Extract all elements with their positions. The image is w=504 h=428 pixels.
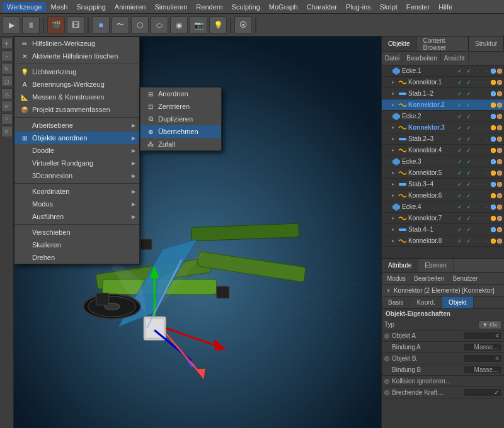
toolbar-btn-curve[interactable]: 〜 [112, 16, 129, 34]
obj-check-icon[interactable]: · [483, 124, 490, 132]
attr-value[interactable]: ✓ [464, 389, 501, 396]
attr-sub-basis[interactable]: Basis [382, 296, 410, 308]
obj-check-icon[interactable]: · [483, 237, 490, 245]
tool-poly[interactable]: △ [1, 88, 13, 99]
obj-check-icon[interactable]: · [474, 237, 481, 245]
obj-check-icon[interactable]: · [474, 226, 481, 234]
menu-skript[interactable]: Skript [375, 2, 402, 12]
obj-check-icon[interactable]: ✓ [465, 215, 472, 222]
obj-check-icon[interactable]: · [483, 215, 490, 222]
obj-check-icon[interactable]: · [474, 135, 481, 143]
attr-value[interactable]: Masse… [464, 344, 501, 351]
obj-check-icon[interactable]: · [474, 79, 481, 86]
tab-content-browser[interactable]: Content Browser [416, 37, 469, 51]
obj-check-icon[interactable]: ✓ [456, 203, 464, 211]
obj-check-icon[interactable]: ✓ [465, 169, 472, 177]
obj-check-icon[interactable]: ✓ [465, 124, 472, 132]
menu-item-hilfslinien-loeschen[interactable]: ✕ Aktivierte Hilfslinien löschen [14, 50, 139, 62]
obj-check-icon[interactable]: ✓ [456, 215, 464, 222]
tool-move[interactable]: ✛ [1, 38, 13, 49]
obj-header-datei[interactable]: Datei [382, 54, 403, 63]
toolbar-btn-camera[interactable]: 📷 [190, 16, 207, 34]
attr-value[interactable]: < [464, 355, 501, 362]
object-list-item[interactable]: ▸ Konnektor.4 ✓✓·· [382, 145, 504, 156]
obj-check-icon[interactable]: · [483, 203, 490, 211]
obj-check-icon[interactable]: ✓ [465, 158, 472, 166]
toolbar-btn-environ[interactable]: ◉ [170, 16, 188, 34]
submenu-uebernehmen[interactable]: ⊕ Übernehmen [140, 125, 221, 138]
attr-sub-objekt[interactable]: Objekt [442, 296, 474, 308]
object-list-item[interactable]: ▸ Konnektor.5 ✓✓·· [382, 167, 504, 179]
object-list-item[interactable]: ▸ Konnektor.7 ✓✓·· [382, 213, 504, 224]
object-list-item[interactable]: Ecke.4 ✓✓·· [382, 201, 504, 213]
submenu-duplizieren[interactable]: ⧉ Duplizieren [140, 113, 221, 125]
menu-item-anordnen[interactable]: ⊞ Objekte anordnen [14, 132, 139, 144]
obj-check-icon[interactable]: ✓ [465, 90, 472, 98]
obj-check-icon[interactable]: ✓ [465, 135, 472, 143]
menu-plugins[interactable]: Plug-ins [341, 2, 375, 12]
menu-item-verschieben[interactable]: Verschieben [14, 226, 139, 239]
attr-bearbeiten-btn[interactable]: Bearbeiten [411, 274, 447, 283]
submenu-zentrieren[interactable]: ⊡ Zentrieren [140, 100, 221, 113]
menu-sculpting[interactable]: Sculpting [227, 2, 265, 12]
object-list-item[interactable]: Ecke.1 ✓✓·· [382, 65, 504, 77]
menu-item-messen[interactable]: 📐 Messen & Konstruieren [14, 91, 139, 103]
menu-animieren[interactable]: Animieren [110, 2, 151, 12]
tool-select[interactable]: ▢ [1, 76, 13, 87]
obj-check-icon[interactable]: · [483, 79, 490, 86]
obj-check-icon[interactable]: ✓ [456, 90, 464, 98]
object-list-item[interactable]: ▸ Stab.2–3 ✓✓·· [382, 133, 504, 145]
obj-check-icon[interactable]: ✓ [465, 237, 472, 245]
obj-header-bearbeiten[interactable]: Bearbeiten [403, 54, 440, 63]
obj-check-icon[interactable]: ✓ [465, 203, 472, 211]
toolbar-btn-deform[interactable]: ⬭ [151, 16, 168, 34]
obj-check-icon[interactable]: ✓ [456, 147, 464, 154]
menu-item-ausfuehren[interactable]: Ausführen [14, 210, 139, 223]
obj-check-icon[interactable]: ✓ [456, 101, 464, 109]
obj-check-icon[interactable]: ✓ [465, 67, 472, 75]
obj-check-icon[interactable]: · [483, 147, 490, 154]
obj-check-icon[interactable]: ✓ [456, 124, 464, 132]
obj-check-icon[interactable]: · [474, 101, 481, 109]
object-list-item[interactable]: Ecke.3 ✓✓·· [382, 156, 504, 167]
object-list-item[interactable]: ▸ Konnektor.2 ✓✓·· [382, 99, 504, 111]
object-list-item[interactable]: ▸ Konnektor.3 ✓✓·· [382, 122, 504, 133]
menu-fenster[interactable]: Fenster [402, 2, 434, 12]
obj-header-ansicht[interactable]: Ansicht [441, 54, 469, 63]
obj-check-icon[interactable]: · [483, 192, 490, 200]
tool-paint[interactable]: ✏ [1, 101, 13, 112]
toolbar-btn-render[interactable]: 🎬 [47, 16, 65, 34]
obj-check-icon[interactable]: ✓ [456, 79, 464, 86]
toolbar-btn-render2[interactable]: 🎞 [67, 16, 84, 34]
attr-value[interactable]: Masse… [464, 366, 501, 373]
obj-check-icon[interactable]: ✓ [456, 181, 464, 188]
obj-check-icon[interactable]: · [474, 203, 481, 211]
obj-check-icon[interactable]: · [483, 226, 490, 234]
menu-item-rundgang[interactable]: Virtueller Rundgang [14, 157, 139, 169]
obj-check-icon[interactable]: · [474, 113, 481, 120]
tool-scale[interactable]: ↔ [1, 50, 13, 62]
attr-tab-ebenen[interactable]: Ebenen [418, 259, 453, 272]
menu-werkzeuge[interactable]: Werkzeuge [3, 2, 46, 12]
menu-item-projekt[interactable]: 📦 Projekt zusammenfassen [14, 103, 139, 116]
attr-benutzer-btn[interactable]: Benutzer [449, 274, 481, 283]
obj-check-icon[interactable]: · [474, 67, 481, 75]
obj-check-icon[interactable]: ✓ [456, 169, 464, 177]
obj-check-icon[interactable]: ✓ [456, 192, 464, 200]
attr-value[interactable]: < [464, 332, 501, 339]
menu-charakter[interactable]: Charakter [302, 2, 341, 12]
toolbar-btn-2[interactable]: ⏸ [22, 16, 40, 34]
object-list-item[interactable]: ▸ Stab.4–1 ✓✓·· [382, 224, 504, 235]
obj-check-icon[interactable]: ✓ [465, 147, 472, 154]
object-list-item[interactable]: ▸ Konnektor.6 ✓✓·· [382, 190, 504, 201]
toolbar-btn-cube[interactable]: ■ [92, 16, 110, 34]
menu-item-skalieren[interactable]: Skalieren [14, 239, 139, 251]
obj-check-icon[interactable]: ✓ [465, 79, 472, 86]
tool-knife[interactable]: ⌗ [1, 113, 13, 125]
obj-check-icon[interactable]: ✓ [465, 101, 472, 109]
attr-tab-attribute[interactable]: Attribute [382, 259, 418, 272]
menu-hilfe[interactable]: Hilfe [434, 2, 457, 12]
menu-rendern[interactable]: Rendern [192, 2, 227, 12]
obj-check-icon[interactable]: ✓ [456, 67, 464, 75]
obj-check-icon[interactable]: ✓ [465, 181, 472, 188]
